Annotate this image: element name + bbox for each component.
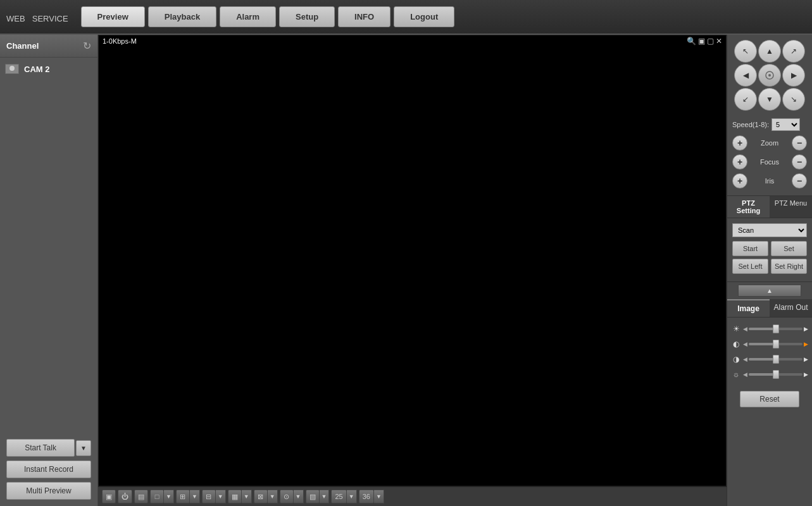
toolbar-btn-layout4-arrow[interactable]: ▼ [294,490,304,503]
ptz-right-button[interactable]: ▶ [782,64,805,87]
toolbar-btn-layout2-arrow[interactable]: ▼ [242,490,252,503]
video-container: 1-0Kbps-M 🔍 ▣ ▢ ✕ [98,35,727,486]
iris-row: + Iris − [732,171,807,190]
multi-preview-button[interactable]: Multi Preview [6,482,91,500]
ptz-down-button[interactable]: ▼ [758,88,781,111]
instant-record-button[interactable]: Instant Record [6,460,91,478]
set-button[interactable]: Set [771,241,807,256]
brightness-left-arrow[interactable]: ◀ [743,326,747,332]
tab-setup[interactable]: Setup [279,6,335,27]
set-left-button[interactable]: Set Left [732,259,768,274]
ptz-up-right-button[interactable]: ↗ [782,40,805,63]
toolbar-btn-group-12: 36 ▼ [359,490,384,503]
iris-label: Iris [750,177,789,185]
focus-label: Focus [750,158,789,166]
zoom-minus-button[interactable]: − [792,135,807,151]
saturation-thumb[interactable] [773,355,779,364]
iris-minus-button[interactable]: − [792,173,807,188]
tab-logout[interactable]: Logout [394,6,454,27]
toolbar-btn-group-10: ▧ ▼ [306,490,330,503]
scroll-up-button[interactable]: ▲ [738,285,801,297]
right-panel: ↖ ▲ ↗ ◀ ▶ ↙ ▼ ↘ Speed(1-8): 5 1234 [727,35,812,506]
toolbar-btn-layout2[interactable]: ▦ [228,490,242,503]
channel-item[interactable]: CAM 2 [0,58,97,80]
channel-label: Channel [6,41,39,51]
toolbar-btn-group-8: ⊠ ▼ [254,490,278,503]
action-row-1: Start Set [732,241,807,256]
toolbar-btn-layout3-arrow[interactable]: ▼ [268,490,278,503]
contrast-right-arrow[interactable]: ▶ [804,341,808,347]
ptz-left-button[interactable]: ◀ [734,64,757,87]
toolbar-btn-channel-arrow[interactable]: ▼ [374,490,384,503]
toolbar-btn-single-arrow[interactable]: ▼ [164,490,174,503]
ptz-center-button[interactable] [758,64,781,87]
ptz-down-left-button[interactable]: ↙ [734,88,757,111]
brightness-icon: ☀ [731,324,741,334]
alarm-tab[interactable]: Alarm Out [770,299,812,317]
toolbar-btn-layout4[interactable]: ⊙ [280,490,294,503]
scan-select[interactable]: Scan Preset Tour Pattern [732,223,807,237]
toolbar-btn-layout5-arrow[interactable]: ▼ [320,490,330,503]
toolbar-btn-layout1-arrow[interactable]: ▼ [216,490,226,503]
toolbar-btn-quad-arrow[interactable]: ▼ [190,490,200,503]
ptz-up-button[interactable]: ▲ [758,40,781,63]
toolbar-btn-record[interactable]: ⏻ [118,490,132,503]
focus-plus-button[interactable]: + [732,154,747,170]
ptz-down-right-button[interactable]: ↘ [782,88,805,111]
saturation-right-arrow[interactable]: ▶ [804,356,808,362]
toolbar-btn-group-11: 25 ▼ [331,490,356,503]
hue-icon: ☼ [731,369,741,379]
saturation-icon: ◑ [731,354,741,364]
tab-alarm[interactable]: Alarm [220,6,276,27]
hue-right-arrow[interactable]: ▶ [804,371,808,378]
speed-select[interactable]: 5 1234 678 [771,118,800,131]
toolbar-btn-layout5[interactable]: ▧ [306,490,320,503]
contrast-left-arrow[interactable]: ◀ [743,341,747,347]
fullscreen-icon[interactable]: ▣ [698,37,705,46]
toolbar-btn-channel[interactable]: 36 [359,490,374,503]
reset-button[interactable]: Reset [740,391,799,407]
zoom-icon[interactable]: 🔍 [687,37,696,46]
start-button[interactable]: Start [732,241,768,256]
contrast-thumb[interactable] [773,340,779,349]
brightness-right-arrow[interactable]: ▶ [804,326,808,332]
zoom-label: Zoom [750,139,789,147]
toolbar-btn-group-6: ⊟ ▼ [202,490,226,503]
toolbar-btn-hd[interactable]: ▣ [102,490,116,503]
toolbar-btn-single[interactable]: □ [150,490,164,503]
focus-minus-button[interactable]: − [792,154,807,170]
video-info-icons: 🔍 ▣ ▢ ✕ [687,37,722,46]
ptz-up-left-button[interactable]: ↖ [734,40,757,63]
ptz-menu-tab[interactable]: PTZ Menu [770,196,812,218]
minimize-icon[interactable]: ▢ [707,37,714,46]
toolbar-btn-layout3[interactable]: ⊠ [254,490,268,503]
brightness-slider-container: ◀ ▶ [743,326,808,332]
image-tab[interactable]: Image [727,299,770,317]
ptz-setting-tab[interactable]: PTZ Setting [727,196,770,218]
toolbar-btn-fps[interactable]: 25 [331,490,346,503]
close-icon[interactable]: ✕ [716,37,722,46]
toolbar-btn-group-3: ▤ [134,490,148,503]
hue-thumb[interactable] [773,370,779,379]
tab-playback[interactable]: Playback [148,6,216,27]
brightness-thumb[interactable] [773,324,779,333]
iris-plus-button[interactable]: + [732,173,747,188]
zoom-plus-button[interactable]: + [732,135,747,151]
hue-slider-container: ◀ ▶ [743,371,808,378]
toolbar-btn-layout1[interactable]: ⊟ [202,490,216,503]
hue-left-arrow[interactable]: ◀ [743,371,747,378]
toolbar-btn-fps-arrow[interactable]: ▼ [347,490,357,503]
toolbar-btn-quad[interactable]: ⊞ [176,490,190,503]
saturation-left-arrow[interactable]: ◀ [743,356,747,362]
speed-label: Speed(1-8): [732,121,769,128]
refresh-icon[interactable]: ↻ [83,40,91,52]
contrast-icon: ◐ [731,339,741,349]
set-right-button[interactable]: Set Right [771,259,807,274]
ptz-setting-content: Scan Preset Tour Pattern Start Set Set L… [727,218,812,281]
video-info-text: 1-0Kbps-M [103,37,137,45]
tab-preview[interactable]: Preview [81,6,145,27]
start-talk-dropdown[interactable]: ▼ [76,440,91,456]
tab-info[interactable]: INFO [338,6,390,27]
start-talk-button[interactable]: Start Talk [6,439,75,457]
toolbar-btn-capture[interactable]: ▤ [134,490,148,503]
